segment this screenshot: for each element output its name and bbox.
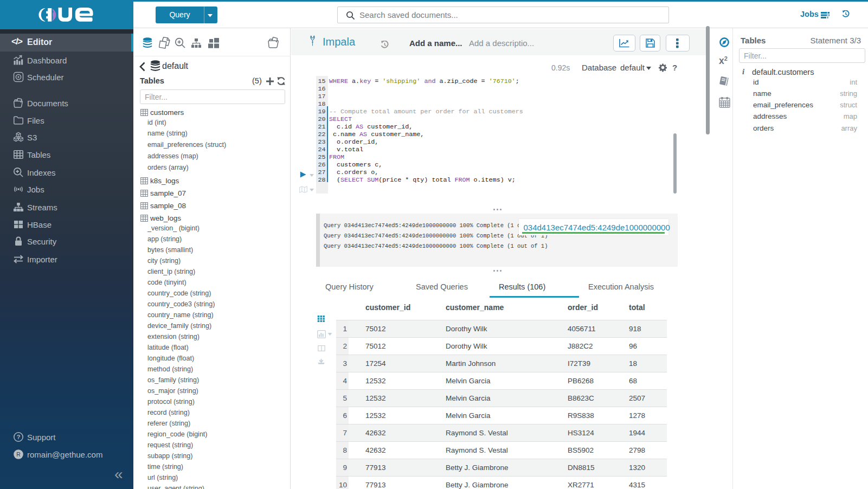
svg-text:R: R xyxy=(16,451,21,458)
svg-text:?: ? xyxy=(16,434,20,440)
